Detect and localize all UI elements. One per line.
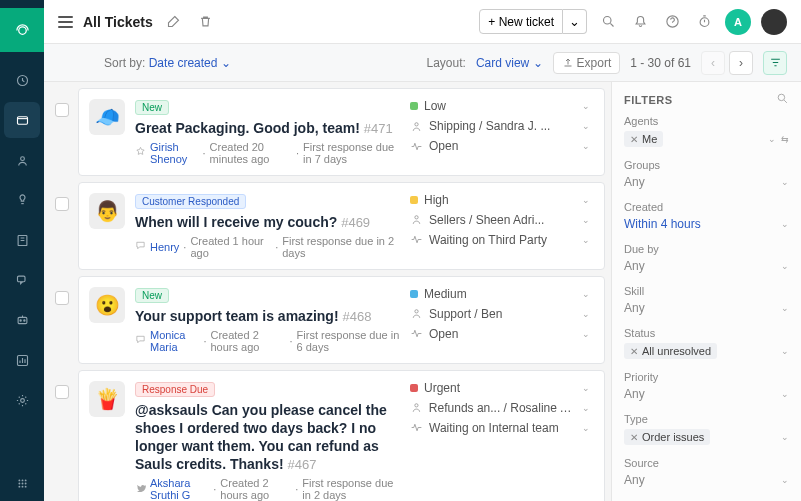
ticket-checkbox[interactable] (55, 291, 69, 305)
svg-point-24 (415, 216, 418, 219)
content-area: 🧢NewGreat Packaging. Good job, team! #47… (44, 82, 801, 501)
filters-title: FILTERS (624, 92, 789, 107)
filter-dueby: Due byAny⌄ (624, 243, 789, 273)
assignee-row[interactable]: Refunds an... / Rosaline A...⌄ (410, 401, 590, 415)
ticket-checkbox[interactable] (55, 197, 69, 211)
rail-bot-icon[interactable] (4, 302, 40, 338)
svg-point-0 (18, 26, 26, 34)
ticket-card[interactable]: 😮NewYour support team is amazing! #468 M… (78, 276, 605, 364)
new-ticket-button[interactable]: + New ticket (479, 9, 563, 34)
priority-row[interactable]: Low⌄ (410, 99, 590, 113)
left-rail (0, 0, 44, 501)
priority-row[interactable]: Urgent⌄ (410, 381, 590, 395)
rail-forums-icon[interactable] (4, 262, 40, 298)
bell-icon[interactable] (629, 11, 651, 33)
ticket-subject[interactable]: Great Packaging. Good job, team! #471 (135, 119, 400, 138)
filter-source: SourceAny⌄ (624, 457, 789, 487)
source-icon (135, 483, 146, 496)
ticket-number: #467 (288, 457, 317, 472)
ticket-card[interactable]: 🍟Response Due@asksauls Can you please ca… (78, 370, 605, 501)
sort-value[interactable]: Date created ⌄ (149, 56, 231, 70)
ticket-number: #469 (341, 215, 370, 230)
ticket-subject[interactable]: Your support team is amazing! #468 (135, 307, 400, 326)
rail-tickets-icon[interactable] (4, 102, 40, 138)
status-row[interactable]: Waiting on Third Party⌄ (410, 233, 590, 247)
ticket-list: 🧢NewGreat Packaging. Good job, team! #47… (44, 82, 611, 501)
rail-apps-icon[interactable] (4, 465, 40, 501)
ticket-subject[interactable]: When will I receive my couch? #469 (135, 213, 400, 232)
edit-icon[interactable] (163, 11, 185, 33)
status-row[interactable]: Open⌄ (410, 139, 590, 153)
stopwatch-icon[interactable] (693, 11, 715, 33)
priority-row[interactable]: Medium⌄ (410, 287, 590, 301)
svg-point-15 (21, 482, 23, 484)
prev-page-button[interactable]: ‹ (701, 51, 725, 75)
topbar: All Tickets + New ticket ⌄ A (44, 0, 801, 44)
ticket-card[interactable]: 👨Customer RespondedWhen will I receive m… (78, 182, 605, 270)
ticket-card[interactable]: 🧢NewGreat Packaging. Good job, team! #47… (78, 88, 605, 176)
ticket-number: #471 (364, 121, 393, 136)
priority-row[interactable]: High⌄ (410, 193, 590, 207)
assignee-row[interactable]: Sellers / Sheen Adri...⌄ (410, 213, 590, 227)
ticket-author[interactable]: Monica Maria (150, 329, 199, 353)
next-page-button[interactable]: › (729, 51, 753, 75)
filters-panel: FILTERS Agents✕Me⌄ ⇆ GroupsAny⌄ CreatedW… (611, 82, 801, 501)
filter-status: Status✕All unresolved⌄ (624, 327, 789, 359)
ticket-badge: Response Due (135, 382, 215, 397)
help-icon[interactable] (661, 11, 683, 33)
filter-groups: GroupsAny⌄ (624, 159, 789, 189)
rail-analytics-icon[interactable] (4, 342, 40, 378)
svg-point-12 (21, 479, 23, 481)
pager: ‹ › (701, 51, 753, 75)
filter-priority: PriorityAny⌄ (624, 371, 789, 401)
page-title: All Tickets (83, 14, 153, 30)
svg-point-26 (415, 404, 418, 407)
search-icon[interactable] (597, 11, 619, 33)
rail-dashboard-icon[interactable] (4, 62, 40, 98)
main-area: All Tickets + New ticket ⌄ A Sort by: Da… (44, 0, 801, 501)
ticket-author[interactable]: Girish Shenoy (150, 141, 198, 165)
ticket-subject[interactable]: @asksauls Can you please cancel the shoe… (135, 401, 400, 474)
ticket-avatar: 🧢 (89, 99, 125, 135)
user-avatar[interactable] (761, 9, 787, 35)
ticket-badge: Customer Responded (135, 194, 246, 209)
agent-avatar[interactable]: A (725, 9, 751, 35)
layout-label: Layout: (427, 56, 466, 70)
svg-point-3 (20, 156, 24, 160)
filter-agents-tag[interactable]: ✕Me (624, 131, 663, 147)
ticket-meta: Akshara Sruthi G · Created 2 hours ago ·… (135, 477, 400, 501)
rail-contacts-icon[interactable] (4, 142, 40, 178)
new-ticket-dropdown[interactable]: ⌄ (563, 9, 587, 34)
filter-status-tag[interactable]: ✕All unresolved (624, 343, 717, 359)
rail-kb-icon[interactable] (4, 222, 40, 258)
svg-point-11 (18, 479, 20, 481)
rail-admin-icon[interactable] (4, 382, 40, 418)
assignee-row[interactable]: Support / Ben⌄ (410, 307, 590, 321)
rail-solutions-icon[interactable] (4, 182, 40, 218)
filter-type: Type✕Order issues⌄ (624, 413, 789, 445)
ticket-avatar: 🍟 (89, 381, 125, 417)
brand-logo[interactable] (0, 8, 44, 52)
export-button[interactable]: Export (553, 52, 621, 74)
assignee-row[interactable]: Shipping / Sandra J. ...⌄ (410, 119, 590, 133)
svg-point-14 (18, 482, 20, 484)
ticket-badge: New (135, 288, 169, 303)
ticket-checkbox[interactable] (55, 385, 69, 399)
filters-toggle-button[interactable] (763, 51, 787, 75)
ticket-badge: New (135, 100, 169, 115)
status-row[interactable]: Open⌄ (410, 327, 590, 341)
ticket-checkbox[interactable] (55, 103, 69, 117)
source-icon (135, 334, 146, 347)
filter-search-icon[interactable] (776, 92, 789, 107)
filter-type-tag[interactable]: ✕Order issues (624, 429, 710, 445)
app-root: All Tickets + New ticket ⌄ A Sort by: Da… (0, 0, 801, 501)
trash-icon[interactable] (195, 11, 217, 33)
ticket-author[interactable]: Henry (150, 241, 179, 253)
svg-rect-2 (17, 116, 27, 124)
menu-icon[interactable] (58, 16, 73, 28)
ticket-meta: Monica Maria · Created 2 hours ago · Fir… (135, 329, 400, 353)
ticket-avatar: 😮 (89, 287, 125, 323)
ticket-author[interactable]: Akshara Sruthi G (150, 477, 209, 501)
layout-value[interactable]: Card view ⌄ (476, 56, 543, 70)
status-row[interactable]: Waiting on Internal team⌄ (410, 421, 590, 435)
